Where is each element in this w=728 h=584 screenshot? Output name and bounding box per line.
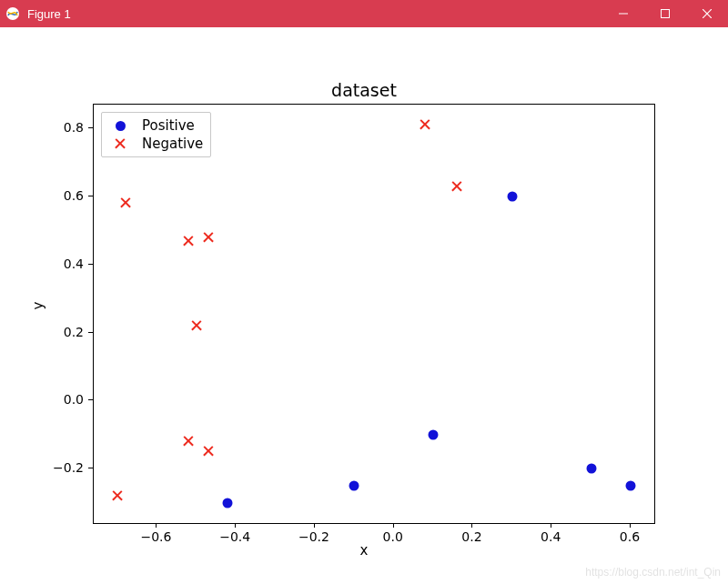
- window-title: Figure 1: [25, 7, 602, 21]
- close-button[interactable]: [686, 0, 728, 27]
- y-tick-label: 0.6: [47, 188, 84, 203]
- x-tick-label: −0.6: [140, 529, 171, 544]
- data-point-positive: [349, 480, 359, 490]
- x-tick: [471, 523, 472, 528]
- x-tick-label: −0.2: [298, 529, 329, 544]
- x-tick-label: −0.4: [219, 529, 250, 544]
- data-point-negative: [119, 196, 132, 209]
- x-tick: [156, 523, 157, 528]
- window-titlebar: Figure 1: [0, 0, 728, 27]
- x-tick: [393, 523, 394, 528]
- data-point-negative: [190, 319, 203, 332]
- app-icon: [5, 6, 20, 21]
- y-tick-label: 0.4: [47, 257, 84, 271]
- y-tick: [88, 468, 93, 468]
- x-tick: [235, 523, 236, 528]
- data-point-negative: [202, 445, 215, 458]
- x-tick-label: 0.0: [383, 529, 403, 544]
- chart-axes: Positive Negative: [93, 104, 655, 524]
- y-tick-label: 0.2: [47, 325, 84, 339]
- data-point-negative: [182, 235, 195, 247]
- x-tick: [630, 523, 631, 528]
- svg-rect-2: [662, 10, 670, 18]
- y-tick: [88, 332, 93, 333]
- y-tick-label: 0.8: [47, 120, 84, 135]
- x-tick-label: 0.6: [620, 529, 640, 544]
- chart-title: dataset: [0, 80, 728, 100]
- y-tick-label: −0.2: [47, 460, 84, 475]
- chart-legend: Positive Negative: [101, 112, 211, 157]
- data-point-negative: [111, 489, 124, 502]
- y-tick: [88, 127, 93, 128]
- x-tick-label: 0.4: [541, 529, 561, 544]
- legend-entry-negative: Negative: [107, 135, 203, 153]
- x-tick: [551, 523, 551, 528]
- y-axis-label: y: [30, 302, 46, 310]
- data-point-positive: [429, 429, 439, 439]
- legend-label: Negative: [142, 136, 203, 152]
- data-point-negative: [419, 118, 431, 131]
- figure-canvas: dataset y Positive Negative x https://bl…: [0, 27, 728, 584]
- dot-icon: [107, 121, 133, 131]
- y-tick: [88, 264, 93, 265]
- data-point-negative: [450, 180, 463, 193]
- watermark-text: https://blog.csdn.net/int_Qin: [585, 566, 721, 579]
- x-tick: [314, 523, 315, 528]
- data-point-negative: [202, 231, 215, 244]
- minimize-button[interactable]: [602, 0, 644, 27]
- data-point-positive: [586, 464, 596, 474]
- y-tick-label: 0.0: [47, 392, 84, 407]
- y-tick: [88, 196, 93, 196]
- x-tick-label: 0.2: [461, 529, 481, 544]
- x-axis-label: x: [0, 542, 728, 559]
- x-icon: [107, 137, 133, 150]
- y-tick: [88, 399, 93, 400]
- maximize-button[interactable]: [644, 0, 686, 27]
- data-point-positive: [223, 498, 233, 508]
- legend-label: Positive: [142, 117, 195, 134]
- data-point-positive: [507, 191, 517, 201]
- legend-entry-positive: Positive: [107, 116, 203, 135]
- data-point-negative: [182, 435, 195, 448]
- data-point-positive: [625, 480, 635, 490]
